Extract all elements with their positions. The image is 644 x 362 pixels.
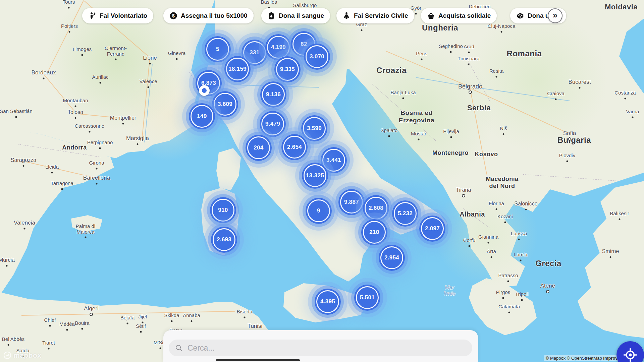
locate-crosshair-icon [623,348,638,362]
cluster-count: 9.479 [265,121,280,127]
map-point-marker[interactable] [199,85,210,96]
cluster-count: 2.097 [425,225,440,232]
cluster-marker[interactable]: 5.501 [354,285,380,311]
cluster-count: 5 [216,46,219,53]
cluster-count: 9 [317,207,320,214]
cluster-marker[interactable]: 5.232 [392,200,418,227]
search-icon [175,344,183,352]
blood-icon [267,12,275,20]
cluster-marker[interactable]: 2.693 [211,227,237,253]
home-indicator[interactable] [216,359,300,361]
cluster-count: 149 [197,113,207,120]
cluster-count: 9.887 [344,199,359,205]
basket-icon [427,12,435,20]
cluster-count: 4.199 [271,44,286,51]
cluster-marker[interactable]: 9.887 [338,189,365,215]
cluster-marker[interactable]: 13.325 [302,163,328,189]
cluster-count: 2.654 [287,144,302,150]
toolbar-button-label: Acquista solidale [438,12,491,19]
toolbar-button-1[interactable]: Fai Volontariato [82,8,153,23]
cluster-count: 910 [218,207,228,214]
cluster-marker[interactable]: 210 [361,219,387,245]
cluster-count: 2.693 [217,236,231,243]
svg-text:$: $ [172,13,175,18]
toolbar-button-2[interactable]: $Assegna il tuo 5x1000 [163,8,254,23]
box-icon [516,12,524,20]
cluster-marker[interactable]: 3.070 [304,44,330,70]
cluster-count: 9.335 [280,66,295,73]
cluster-count: 5.232 [398,210,413,217]
cluster-count: 331 [250,49,259,56]
attribution-osm-link[interactable]: © OpenStreetMap [567,356,602,361]
cluster-count: 18.159 [228,66,247,72]
toolbar-button-3[interactable]: Dona il sangue [261,8,330,23]
cluster-marker[interactable]: 910 [210,197,236,223]
chevrons-right-icon: » [553,11,557,19]
cluster-count: 4.395 [320,298,335,305]
coin-icon: $ [169,12,177,20]
mapbox-logo[interactable]: mapbox [3,351,42,359]
search-box[interactable] [169,340,472,356]
cluster-count: 9.136 [266,91,281,98]
cluster-marker[interactable]: 5 [205,36,231,62]
search-panel [163,330,478,362]
cluster-count: 2.954 [384,254,399,261]
map-canvas[interactable]: UngheriaRomaniaMoldaviaCroaziaSerbiaBosn… [0,0,644,362]
cluster-marker[interactable]: 2.954 [379,245,405,271]
person-icon [342,12,351,20]
volunteer-icon [88,12,96,20]
clusters-layer: 53314.199623.07018.1599.3356.8739.1363.6… [0,0,644,362]
toolbar-more-button[interactable]: » [548,8,562,23]
cluster-count: 3.590 [307,125,322,132]
toolbar-button-label: Fai Servizio Civile [354,12,408,19]
cluster-marker[interactable]: 9.479 [260,111,286,137]
cluster-marker[interactable]: 9.335 [274,56,301,82]
search-input[interactable] [187,343,466,353]
toolbar-button-5[interactable]: Acquista solidale [421,8,497,23]
cluster-count: 3.609 [218,101,232,108]
toolbar-button-4[interactable]: Fai Servizio Civile [336,8,414,23]
cluster-count: 62 [301,41,307,48]
cluster-marker[interactable]: 149 [189,103,215,129]
cluster-count: 5.501 [360,294,375,301]
attribution-mapbox-link[interactable]: © Mapbox [546,356,566,361]
cluster-marker[interactable]: 204 [246,135,272,161]
cluster-count: 2.608 [369,205,383,212]
cluster-marker[interactable]: 3.590 [301,115,327,141]
cluster-marker[interactable]: 4.395 [315,289,341,315]
cluster-marker[interactable]: 2.608 [363,195,389,221]
cluster-marker[interactable]: 2.097 [419,216,445,242]
toolbar-button-label: Dona il sangue [279,12,324,19]
cluster-marker[interactable]: 2.654 [281,134,308,160]
toolbar-button-label: Assegna il tuo 5x1000 [181,12,248,19]
mapbox-logo-text: mapbox [13,351,42,359]
cluster-count: 210 [369,229,379,236]
cluster-count: 13.325 [306,172,324,179]
cluster-marker[interactable]: 18.159 [224,56,251,82]
toolbar-button-label: Fai Volontariato [100,12,147,19]
cluster-marker[interactable]: 3.609 [212,91,238,117]
cluster-count: 3.070 [310,53,324,60]
mapbox-logo-icon [3,351,11,359]
cluster-count: 3.441 [326,157,341,164]
cluster-marker[interactable]: 9.136 [260,81,286,108]
cluster-marker[interactable]: 9 [306,198,332,224]
cluster-count: 204 [254,144,263,151]
